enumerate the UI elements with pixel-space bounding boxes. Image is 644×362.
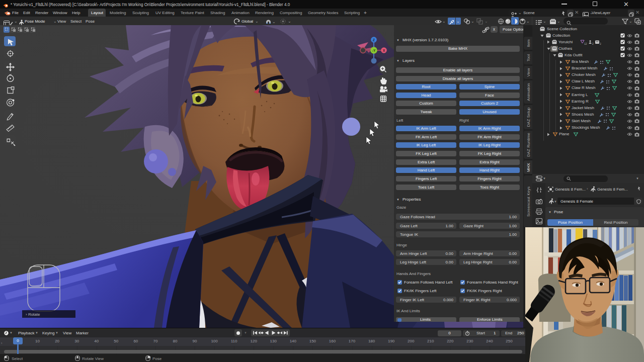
svg-text:X: X bbox=[383, 49, 385, 52]
svg-text:-Y: -Y bbox=[372, 49, 376, 52]
svg-text:2: 2 bbox=[600, 42, 601, 45]
svg-text:2: 2 bbox=[592, 42, 594, 45]
svg-text:12: 12 bbox=[584, 42, 587, 45]
svg-text:› Rotate: › Rotate bbox=[26, 312, 40, 317]
svg-text:Z: Z bbox=[373, 38, 375, 42]
svg-text:⌄: ⌄ bbox=[272, 20, 276, 24]
